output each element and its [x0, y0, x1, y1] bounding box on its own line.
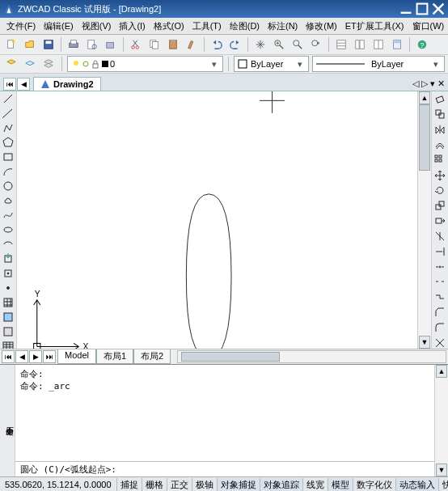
spline-tool-icon[interactable]	[2, 210, 15, 221]
menu-file[interactable]: 文件(F)	[3, 19, 39, 33]
revcloud-tool-icon[interactable]	[2, 195, 15, 206]
mode-grid[interactable]: 栅格	[142, 478, 167, 492]
mode-polar[interactable]: 极轴	[192, 478, 217, 492]
mode-tablet[interactable]: 数字化仪	[353, 478, 395, 492]
tab-prev-arrow-icon[interactable]: ◁	[412, 78, 419, 89]
layer-combo[interactable]: 0 ▾	[67, 56, 223, 72]
trim-icon[interactable]	[433, 230, 446, 242]
break-point-icon[interactable]	[433, 260, 446, 273]
scroll-up-icon[interactable]: ▲	[419, 91, 430, 104]
zoom-window-icon[interactable]	[290, 36, 306, 53]
tab-layout1[interactable]: 布局1	[96, 349, 133, 364]
minimize-button[interactable]	[399, 3, 412, 15]
print-icon[interactable]	[66, 36, 82, 53]
point-tool-icon[interactable]	[2, 282, 15, 294]
linetype-combo[interactable]: ByLayer ▾	[312, 56, 445, 72]
save-icon[interactable]	[40, 36, 57, 53]
copy-icon[interactable]	[146, 36, 163, 53]
ellipse-tool-icon[interactable]	[2, 224, 15, 235]
ms-prev-icon[interactable]: ◀	[15, 350, 28, 363]
tab-dropdown-icon[interactable]: ▾	[430, 78, 435, 89]
extend-icon[interactable]	[433, 245, 446, 257]
command-input[interactable]: 圆心 (C)/<弧线起点>:	[15, 461, 434, 476]
array-icon[interactable]	[433, 154, 446, 166]
tab-close-icon[interactable]: ✕	[437, 78, 445, 89]
scroll-down-icon[interactable]: ▼	[436, 463, 447, 476]
tab-prev-icon[interactable]: ◀	[17, 78, 30, 91]
maximize-button[interactable]	[416, 3, 429, 15]
explode-icon[interactable]	[433, 337, 446, 349]
menu-window[interactable]: 窗口(W)	[409, 19, 448, 33]
mirror-icon[interactable]	[433, 124, 446, 136]
mode-dyn[interactable]: 动态输入	[395, 478, 438, 492]
help-icon[interactable]: ?	[414, 36, 430, 53]
tab-next-arrow-icon[interactable]: ▷	[421, 78, 428, 89]
menu-format[interactable]: 格式(O)	[150, 19, 188, 33]
layer-prev-icon[interactable]	[22, 56, 37, 72]
menu-modify[interactable]: 修改(M)	[302, 19, 340, 33]
menu-tools[interactable]: 工具(T)	[189, 19, 225, 33]
toolpalette-icon[interactable]	[370, 36, 387, 53]
fillet-icon[interactable]	[433, 321, 446, 333]
designcenter-icon[interactable]	[352, 36, 368, 53]
pan-icon[interactable]	[252, 36, 268, 53]
ms-next-icon[interactable]: ▶	[29, 350, 42, 363]
line-tool-icon[interactable]	[2, 93, 15, 104]
tab-model[interactable]: Model	[57, 349, 96, 364]
layer-mgr-icon[interactable]	[3, 56, 19, 72]
redo-icon[interactable]	[227, 36, 243, 53]
zoom-prev-icon[interactable]	[308, 36, 324, 53]
layer-states-icon[interactable]	[41, 56, 57, 72]
gradient-tool-icon[interactable]	[2, 311, 15, 323]
zoom-realtime-icon[interactable]	[271, 36, 287, 53]
undo-icon[interactable]	[209, 36, 225, 53]
scroll-up-icon[interactable]: ▲	[436, 365, 447, 378]
color-combo[interactable]: ByLayer ▾	[234, 56, 309, 72]
polyline-tool-icon[interactable]	[2, 122, 15, 133]
close-button[interactable]	[432, 3, 445, 15]
document-tab[interactable]: Drawing2	[33, 77, 101, 91]
rotate-icon[interactable]	[433, 184, 446, 197]
insert-block-icon[interactable]	[2, 253, 15, 265]
menu-dim[interactable]: 标注(N)	[264, 19, 301, 33]
hscroll-thumb[interactable]	[181, 352, 280, 362]
ms-first-icon[interactable]: ⏮	[2, 350, 15, 363]
offset-icon[interactable]	[433, 138, 446, 150]
mode-model[interactable]: 模型	[328, 478, 353, 492]
menu-draw[interactable]: 绘图(D)	[226, 19, 263, 33]
join-icon[interactable]	[433, 291, 446, 303]
break-icon[interactable]	[433, 276, 446, 288]
vertical-scrollbar[interactable]: ▲ ▼	[417, 91, 431, 349]
mode-snap[interactable]: 捕捉	[116, 478, 142, 492]
publish-icon[interactable]	[103, 36, 119, 53]
properties-icon[interactable]	[333, 36, 349, 53]
xline-tool-icon[interactable]	[2, 108, 15, 119]
mode-ortho[interactable]: 正交	[167, 478, 192, 492]
circle-tool-icon[interactable]	[2, 180, 15, 192]
scroll-down-icon[interactable]: ▼	[419, 336, 430, 349]
paste-icon[interactable]	[165, 36, 181, 53]
menu-edit[interactable]: 编辑(E)	[40, 19, 77, 33]
cut-icon[interactable]	[128, 36, 144, 53]
scroll-thumb[interactable]	[419, 104, 430, 171]
cmd-handle-icon[interactable]: 命令历史	[0, 365, 15, 476]
menu-et[interactable]: ET扩展工具(X)	[342, 19, 408, 33]
mode-otrack[interactable]: 对象追踪	[260, 478, 302, 492]
scale-icon[interactable]	[433, 200, 446, 212]
mode-lw[interactable]: 线宽	[302, 478, 328, 492]
rect-tool-icon[interactable]	[2, 151, 15, 163]
tab-first-icon[interactable]: ⏮	[3, 78, 16, 91]
hatch-tool-icon[interactable]	[2, 297, 15, 308]
ms-last-icon[interactable]: ⏭	[43, 350, 56, 363]
ellipse-arc-tool-icon[interactable]	[2, 239, 15, 250]
menu-insert[interactable]: 插入(I)	[116, 19, 148, 33]
mode-osnap[interactable]: 对象捕捉	[217, 478, 260, 492]
horizontal-scrollbar[interactable]	[177, 350, 446, 363]
region-tool-icon[interactable]	[2, 326, 15, 337]
make-block-icon[interactable]	[2, 268, 15, 279]
preview-icon[interactable]	[84, 36, 100, 53]
new-icon[interactable]	[3, 36, 19, 53]
arc-tool-icon[interactable]	[2, 166, 15, 177]
polygon-tool-icon[interactable]	[2, 137, 15, 148]
menu-view[interactable]: 视图(V)	[78, 19, 115, 33]
